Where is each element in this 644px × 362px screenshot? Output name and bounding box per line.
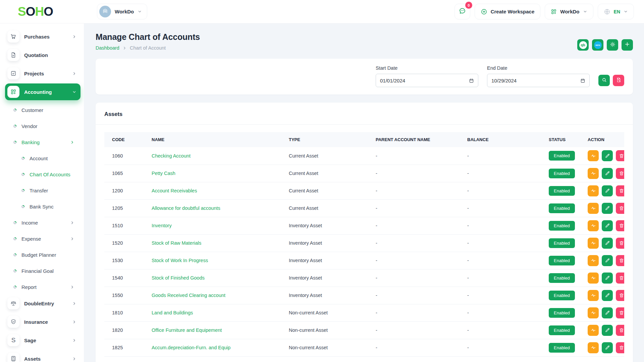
edit-button[interactable] [602, 307, 613, 318]
activity-button[interactable] [588, 325, 599, 336]
activity-button[interactable] [588, 238, 599, 249]
start-date-input[interactable]: 01/01/2024 [376, 74, 478, 87]
activity-button[interactable] [588, 185, 599, 196]
sidebar-item-assets[interactable]: Assets [5, 350, 80, 362]
account-name-link[interactable]: Petty Cash [152, 171, 175, 176]
account-name-link[interactable]: Checking Account [152, 153, 191, 159]
table-row: 1060Checking AccountCurrent Asset--Enabl… [104, 147, 624, 165]
activity-button[interactable] [588, 290, 599, 301]
edit-button[interactable] [602, 185, 613, 196]
messages-button[interactable]: 0 [454, 4, 470, 19]
breadcrumb-dashboard-link[interactable]: Dashboard [96, 45, 119, 51]
sidebar-item-chart-of-accounts[interactable]: Chart Of Accounts [0, 166, 84, 182]
account-name-cell: Goods Received Clearing account [144, 287, 281, 304]
add-account-button[interactable] [622, 39, 633, 51]
delete-button[interactable] [616, 255, 624, 266]
edit-button[interactable] [602, 168, 613, 179]
account-name-link[interactable]: Account Receivables [152, 188, 197, 193]
account-name-link[interactable]: Stock of Work In Progress [152, 258, 208, 263]
sidebar-item-financial-goal[interactable]: Financial Goal [0, 263, 84, 279]
delete-button[interactable] [616, 185, 624, 196]
sidebar-item-insurance[interactable]: Insurance [5, 313, 80, 330]
sidebar-item-banking[interactable]: Banking [0, 134, 84, 150]
activity-button[interactable] [588, 273, 599, 284]
sidebar-item-customer[interactable]: Customer [0, 102, 84, 118]
activity-button[interactable] [588, 220, 599, 231]
calendar-icon[interactable] [469, 78, 474, 83]
workdo-menu-button[interactable]: WorkDo [545, 4, 593, 19]
parent-account-name: - [368, 287, 460, 304]
delete-button[interactable] [616, 220, 624, 231]
calendar-icon[interactable] [580, 78, 585, 83]
language-selector[interactable]: EN [598, 4, 634, 19]
parent-account-name: - [368, 234, 460, 252]
edit-button[interactable] [602, 273, 613, 284]
edit-button[interactable] [602, 255, 613, 266]
activity-button[interactable] [588, 342, 599, 353]
account-code: 1820 [104, 321, 144, 339]
workspace-switcher[interactable]: WorkDo [97, 4, 147, 19]
activity-button[interactable] [588, 168, 599, 179]
settings-button[interactable] [607, 39, 618, 51]
delete-button[interactable] [616, 342, 624, 353]
activity-button[interactable] [588, 150, 599, 161]
sidebar-item-account[interactable]: Account [0, 150, 84, 166]
edit-button[interactable] [602, 342, 613, 353]
account-name-link[interactable]: Land and Buildings [152, 310, 193, 315]
edit-button[interactable] [602, 290, 613, 301]
sidebar-item-vendor[interactable]: Vendor [0, 118, 84, 134]
activity-button[interactable] [588, 307, 599, 318]
column-header-name: NAME [144, 132, 281, 147]
edit-button[interactable] [602, 325, 613, 336]
sidebar-item-label: Banking [21, 139, 40, 145]
delete-button[interactable] [616, 325, 624, 336]
edit-button[interactable] [602, 203, 613, 214]
sidebar-item-expense[interactable]: Expense [0, 231, 84, 247]
page-title: Manage Chart of Accounts [96, 32, 200, 42]
building-icon [102, 8, 108, 15]
quickbooks-button[interactable]: qb [577, 39, 589, 51]
column-header-code: CODE [104, 132, 144, 147]
delete-button[interactable] [616, 150, 624, 161]
account-name-link[interactable]: Stock of Raw Materials [152, 240, 201, 246]
sidebar-item-doubleentry[interactable]: DoubleEntry [5, 295, 80, 312]
delete-button[interactable] [616, 238, 624, 249]
file-check-icon [7, 49, 19, 61]
account-name-link[interactable]: Inventory [152, 223, 172, 228]
delete-button[interactable] [616, 168, 624, 179]
edit-button[interactable] [602, 238, 613, 249]
sidebar-item-bank-sync[interactable]: Bank Sync [0, 198, 84, 215]
bullet-icon [21, 173, 24, 176]
delete-button[interactable] [616, 307, 624, 318]
chevron-right-icon [70, 237, 74, 241]
edit-button[interactable] [602, 220, 613, 231]
delete-button[interactable] [616, 203, 624, 214]
sidebar-item-transfer[interactable]: Transfer [0, 182, 84, 198]
delete-button[interactable] [616, 290, 624, 301]
sidebar-item-report[interactable]: Report [0, 279, 84, 295]
xero-button[interactable]: xero [592, 39, 603, 51]
sidebar-item-budget-planner[interactable]: Budget Planner [0, 247, 84, 263]
account-name-link[interactable]: Accum.depreciation-Furn. and Equip [152, 345, 230, 350]
end-date-input[interactable]: 10/29/2024 [487, 74, 590, 87]
account-name-link[interactable]: Goods Received Clearing account [152, 293, 225, 298]
sidebar-item-sage[interactable]: SSage [5, 332, 80, 349]
account-name-link[interactable]: Stock of Finished Goods [152, 275, 205, 281]
sidebar-item-quotation[interactable]: Quotation [5, 47, 80, 63]
sidebar-item-purchases[interactable]: Purchases [5, 28, 80, 45]
sidebar-item-label: Insurance [24, 319, 48, 325]
delete-button[interactable] [616, 273, 624, 284]
account-code: 1540 [104, 269, 144, 287]
activity-button[interactable] [588, 203, 599, 214]
activity-button[interactable] [588, 255, 599, 266]
account-name-link[interactable]: Allowance for doubtful accounts [152, 205, 220, 211]
sidebar-item-accounting[interactable]: Accounting [5, 83, 80, 100]
apply-filter-button[interactable] [598, 75, 610, 86]
edit-button[interactable] [602, 150, 613, 161]
create-workspace-button[interactable]: Create Workspace [475, 4, 541, 19]
reset-filter-button[interactable] [613, 75, 624, 86]
sidebar-item-income[interactable]: Income [0, 215, 84, 231]
column-header-type: TYPE [281, 132, 368, 147]
account-name-link[interactable]: Office Furniture and Equipement [152, 327, 222, 333]
sidebar-item-projects[interactable]: Projects [5, 65, 80, 82]
